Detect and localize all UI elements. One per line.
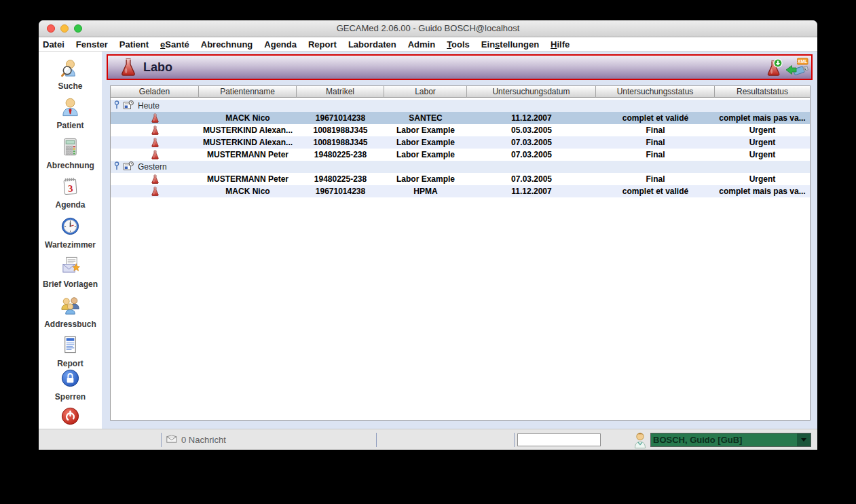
user-select-dropdown[interactable]: BOSCH, Guido [GuB] bbox=[650, 433, 811, 447]
calendar-clock-icon bbox=[124, 100, 134, 112]
sidebar-item-wartezimmer[interactable]: Wartezimmer bbox=[39, 216, 102, 250]
letter-template-icon bbox=[60, 255, 81, 279]
column-header-matrikel[interactable]: Matrikel bbox=[297, 86, 384, 98]
zoom-window-button[interactable] bbox=[74, 24, 82, 33]
user-select-value: BOSCH, Guido [GuB] bbox=[651, 433, 797, 446]
menu-item-abrechnung[interactable]: Abrechnung bbox=[201, 39, 253, 50]
menu-item-agenda[interactable]: Agenda bbox=[264, 39, 297, 50]
column-header-untersuchungsstatus[interactable]: Untersuchungsstatus bbox=[596, 86, 715, 98]
status-bar: 0 Nachricht BOSCH, Guido [GuB] bbox=[39, 429, 817, 450]
export-xml-button[interactable]: XML bbox=[785, 58, 808, 78]
import-lab-results-button[interactable] bbox=[761, 58, 784, 78]
cell-untersuchungsdatum: 07.03.2005 bbox=[467, 173, 596, 185]
sidebar: Suche Patient bbox=[39, 52, 102, 429]
menu-item-patient[interactable]: Patient bbox=[119, 39, 149, 50]
sidebar-label: Addressbuch bbox=[44, 319, 96, 329]
pin-icon bbox=[114, 100, 119, 112]
sidebar-label: Suche bbox=[58, 81, 82, 91]
sidebar-item-patient[interactable]: Patient bbox=[39, 96, 102, 130]
cell-resultatstatus: Urgent bbox=[715, 136, 810, 149]
cell-resultatstatus: Urgent bbox=[715, 124, 810, 136]
statusbar-separator bbox=[514, 433, 515, 447]
cell-labor: SANTEC bbox=[384, 112, 467, 124]
group-row-heute[interactable]: Heute bbox=[111, 100, 810, 112]
sidebar-label: Abrechnung bbox=[46, 161, 94, 170]
cell-patientenname: MUSTERMANN Peter bbox=[199, 149, 297, 161]
column-header-patientenname[interactable]: Patientenname bbox=[199, 86, 297, 98]
svg-text:3: 3 bbox=[67, 182, 73, 193]
sidebar-item-agenda[interactable]: 3 Agenda bbox=[39, 176, 102, 210]
menu-item-labordaten[interactable]: Labordaten bbox=[348, 39, 396, 50]
menu-item-report[interactable]: Report bbox=[308, 39, 337, 50]
menu-bar: Datei Fenster Patient eSanté Abrechnung … bbox=[39, 37, 817, 52]
cell-labor: Labor Example bbox=[384, 136, 467, 149]
group-row-gestern[interactable]: Gestern bbox=[111, 161, 810, 173]
sidebar-item-report[interactable]: Report bbox=[39, 334, 102, 368]
sidebar-item-abrechnung[interactable]: Abrechnung bbox=[39, 136, 102, 170]
chevron-down-icon bbox=[797, 433, 811, 446]
menu-item-hilfe[interactable]: Hilfe bbox=[551, 39, 570, 50]
power-icon bbox=[60, 406, 81, 429]
table-row[interactable]: MUSTERKIND Alexan... 10081988J345 Labor … bbox=[111, 124, 810, 136]
people-group-icon bbox=[60, 295, 81, 319]
menu-item-einstellungen[interactable]: Einstellungen bbox=[481, 39, 539, 50]
menu-item-datei[interactable]: Datei bbox=[43, 39, 64, 50]
cell-patientenname: MUSTERKIND Alexan... bbox=[199, 124, 297, 136]
app-window: GECAMed 2.06.00 - Guido BOSCH@localhost … bbox=[39, 20, 817, 450]
menu-item-admin[interactable]: Admin bbox=[408, 39, 435, 50]
cell-untersuchungsstatus: Final bbox=[596, 124, 715, 136]
cell-matrikel: 19480225-238 bbox=[297, 173, 384, 185]
menu-item-tools[interactable]: Tools bbox=[447, 39, 470, 50]
lock-icon bbox=[60, 368, 81, 391]
statusbar-input[interactable] bbox=[517, 433, 601, 446]
table-row[interactable]: MUSTERMANN Peter 19480225-238 Labor Exam… bbox=[111, 149, 810, 161]
sidebar-item-logout[interactable] bbox=[39, 406, 102, 429]
column-header-geladen[interactable]: Geladen bbox=[111, 86, 199, 98]
window-controls bbox=[47, 24, 82, 33]
loaded-flask-icon bbox=[111, 173, 199, 185]
sidebar-label: Brief Vorlagen bbox=[43, 279, 98, 289]
cell-matrikel: 19671014238 bbox=[297, 185, 384, 197]
column-header-labor[interactable]: Labor bbox=[384, 86, 467, 98]
sidebar-label: Patient bbox=[56, 121, 83, 130]
loaded-flask-icon bbox=[111, 149, 199, 161]
cell-matrikel: 10081988J345 bbox=[297, 124, 384, 136]
sidebar-label: Report bbox=[57, 359, 83, 368]
messages-count-label: 0 Nachricht bbox=[181, 435, 226, 445]
sidebar-item-brief-vorlagen[interactable]: Brief Vorlagen bbox=[39, 255, 102, 289]
cell-untersuchungsdatum: 07.03.2005 bbox=[467, 149, 596, 161]
title-bar[interactable]: GECAMed 2.06.00 - Guido BOSCH@localhost bbox=[39, 20, 817, 37]
table-row[interactable]: MUSTERMANN Peter 19480225-238 Labor Exam… bbox=[111, 173, 810, 185]
sidebar-label: Agenda bbox=[55, 200, 85, 210]
labo-flask-icon bbox=[120, 58, 136, 77]
report-document-icon bbox=[60, 334, 81, 358]
main-area: Suche Patient bbox=[39, 52, 817, 429]
menu-item-fenster[interactable]: Fenster bbox=[76, 39, 108, 50]
table-body: Heute MACK Nico 19671014238 SANTEC 11.12… bbox=[111, 98, 810, 197]
sidebar-item-addressbuch[interactable]: Addressbuch bbox=[39, 295, 102, 329]
labo-header-bar: Labo bbox=[107, 54, 813, 80]
table-row[interactable]: MUSTERKIND Alexan... 10081988J345 Labor … bbox=[111, 136, 810, 149]
menu-item-esante[interactable]: eSanté bbox=[160, 39, 189, 50]
doctor-avatar-icon bbox=[633, 431, 647, 448]
column-header-resultatstatus[interactable]: Resultatstatus bbox=[715, 86, 810, 98]
table-row[interactable]: MACK Nico 19671014238 SANTEC 11.12.2007 … bbox=[111, 112, 810, 124]
cell-untersuchungsdatum: 11.12.2007 bbox=[467, 185, 596, 197]
cell-matrikel: 19671014238 bbox=[297, 112, 384, 124]
messages-status[interactable]: 0 Nachricht bbox=[166, 429, 226, 450]
sidebar-item-suche[interactable]: Suche bbox=[39, 57, 102, 91]
patient-person-icon bbox=[60, 96, 81, 120]
cell-resultatstatus: complet mais pas va... bbox=[715, 185, 810, 197]
table-row[interactable]: MACK Nico 19671014238 HPMA 11.12.2007 co… bbox=[111, 185, 810, 197]
statusbar-separator bbox=[376, 433, 377, 447]
column-header-untersuchungsdatum[interactable]: Untersuchungsdatum bbox=[467, 86, 596, 98]
sidebar-item-sperren[interactable]: Sperren bbox=[39, 368, 102, 402]
table-header-row: Geladen Patientenname Matrikel Labor Unt… bbox=[111, 86, 810, 98]
cell-untersuchungsstatus: complet et validé bbox=[596, 112, 715, 124]
clock-icon bbox=[60, 216, 81, 239]
sidebar-label: Sperren bbox=[55, 392, 86, 402]
close-window-button[interactable] bbox=[47, 24, 55, 33]
minimize-window-button[interactable] bbox=[60, 24, 69, 33]
cell-untersuchungsdatum: 05.03.2005 bbox=[467, 124, 596, 136]
lab-results-table: Geladen Patientenname Matrikel Labor Unt… bbox=[110, 85, 811, 421]
